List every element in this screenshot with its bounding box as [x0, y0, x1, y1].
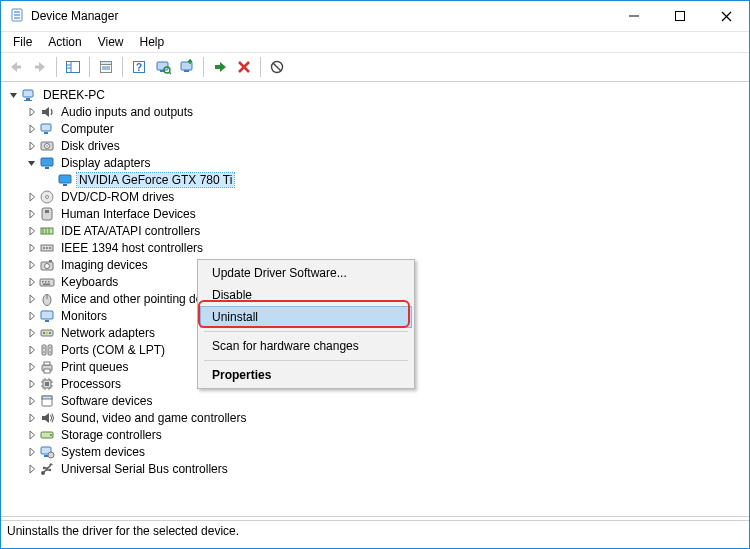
tree-category-2[interactable]: Disk drives [23, 137, 749, 154]
scan-hardware-button[interactable] [152, 56, 174, 78]
context-separator [204, 331, 408, 332]
context-menu: Update Driver Software... Disable Uninst… [197, 259, 415, 389]
chevron-right-icon[interactable] [25, 428, 39, 442]
titlebar: Device Manager [1, 1, 749, 32]
svg-rect-101 [43, 466, 45, 468]
show-hide-console-tree-button[interactable] [62, 56, 84, 78]
software-icon [39, 393, 55, 409]
context-disable[interactable]: Disable [200, 284, 412, 306]
statusbar: Uninstalls the driver for the selected d… [1, 520, 749, 548]
menu-file[interactable]: File [5, 33, 40, 51]
chevron-right-icon[interactable] [25, 462, 39, 476]
context-properties[interactable]: Properties [200, 364, 412, 386]
svg-rect-64 [41, 311, 53, 319]
menu-action[interactable]: Action [40, 33, 89, 51]
context-scan-hardware[interactable]: Scan for hardware changes [200, 335, 412, 357]
svg-point-92 [50, 434, 52, 436]
tree-category-3[interactable]: Display adapters [23, 154, 749, 171]
chevron-right-icon[interactable] [25, 360, 39, 374]
update-driver-button[interactable] [176, 56, 198, 78]
tree-category-4[interactable]: DVD/CD-ROM drives [23, 188, 749, 205]
chevron-right-icon[interactable] [25, 309, 39, 323]
tree-category-13-label: Ports (COM & LPT) [59, 343, 167, 357]
chevron-right-icon[interactable] [25, 343, 39, 357]
svg-point-53 [49, 247, 51, 249]
tree-category-6[interactable]: IDE ATA/ATAPI controllers [23, 222, 749, 239]
svg-point-95 [48, 452, 54, 458]
tree-category-18[interactable]: Storage controllers [23, 426, 749, 443]
tree-category-8-label: Imaging devices [59, 258, 150, 272]
chevron-right-icon[interactable] [25, 105, 39, 119]
svg-rect-33 [41, 124, 51, 131]
menu-view[interactable]: View [90, 33, 132, 51]
maximize-button[interactable] [657, 1, 703, 31]
svg-rect-65 [45, 320, 49, 322]
chevron-right-icon[interactable] [25, 411, 39, 425]
monitor-icon [39, 308, 55, 324]
chevron-right-icon[interactable] [25, 326, 39, 340]
chevron-right-icon[interactable] [25, 122, 39, 136]
svg-text:?: ? [136, 62, 142, 73]
tree-category-0[interactable]: Audio inputs and outputs [23, 103, 749, 120]
chevron-right-icon[interactable] [25, 394, 39, 408]
svg-rect-38 [41, 158, 53, 166]
disable-button[interactable] [266, 56, 288, 78]
back-button[interactable] [5, 56, 27, 78]
svg-line-23 [169, 72, 171, 74]
tree-category-1-label: Computer [59, 122, 116, 136]
computer-icon [39, 121, 55, 137]
chevron-right-icon[interactable] [25, 190, 39, 204]
tree-category-19[interactable]: System devices [23, 443, 749, 460]
chevron-down-icon[interactable] [25, 156, 39, 170]
tree-category-17[interactable]: Sound, video and game controllers [23, 409, 749, 426]
menu-help[interactable]: Help [132, 33, 173, 51]
chevron-right-icon[interactable] [25, 377, 39, 391]
svg-rect-1 [14, 11, 20, 13]
chevron-right-icon[interactable] [25, 275, 39, 289]
svg-rect-31 [26, 98, 30, 100]
chevron-right-icon[interactable] [25, 224, 39, 238]
uninstall-button[interactable] [233, 56, 255, 78]
chevron-right-icon[interactable] [25, 258, 39, 272]
tree-category-16[interactable]: Software devices [23, 392, 749, 409]
chevron-down-icon[interactable] [7, 88, 21, 102]
tree-category-1[interactable]: Computer [23, 120, 749, 137]
device-tree-pane[interactable]: DEREK-PCAudio inputs and outputsComputer… [1, 82, 749, 514]
device-manager-icon [9, 8, 25, 24]
tree-category-7[interactable]: IEEE 1394 host controllers [23, 239, 749, 256]
svg-rect-80 [45, 382, 49, 386]
tree-category-6-label: IDE ATA/ATAPI controllers [59, 224, 202, 238]
tree-device-gpu[interactable]: NVIDIA GeForce GTX 780 Ti [41, 171, 749, 188]
pc-icon [21, 87, 37, 103]
context-update-driver[interactable]: Update Driver Software... [200, 262, 412, 284]
svg-rect-90 [42, 396, 52, 399]
tree-device-gpu-label: NVIDIA GeForce GTX 780 Ti [77, 173, 234, 187]
context-uninstall[interactable]: Uninstall [200, 306, 412, 328]
properties-button[interactable] [95, 56, 117, 78]
chevron-right-icon[interactable] [25, 207, 39, 221]
storage-icon [39, 427, 55, 443]
tree-category-15-label: Processors [59, 377, 123, 391]
menubar: File Action View Help [1, 32, 749, 53]
tree-category-18-label: Storage controllers [59, 428, 164, 442]
help-button[interactable]: ? [128, 56, 150, 78]
chevron-right-icon[interactable] [25, 241, 39, 255]
svg-rect-94 [44, 455, 48, 457]
keyboard-icon [39, 274, 55, 290]
tree-root-node[interactable]: DEREK-PC [5, 86, 749, 103]
tree-category-19-label: System devices [59, 445, 147, 459]
tree-category-0-label: Audio inputs and outputs [59, 105, 195, 119]
chevron-right-icon[interactable] [25, 445, 39, 459]
chevron-right-icon[interactable] [25, 139, 39, 153]
enable-button[interactable] [209, 56, 231, 78]
tree-category-20[interactable]: Universal Serial Bus controllers [23, 460, 749, 477]
display-icon [39, 155, 55, 171]
toolbar: ? [1, 53, 749, 82]
forward-button[interactable] [29, 56, 51, 78]
chevron-right-icon[interactable] [25, 292, 39, 306]
svg-rect-3 [14, 17, 20, 19]
tree-category-5[interactable]: Human Interface Devices [23, 205, 749, 222]
close-button[interactable] [703, 1, 749, 31]
print-icon [39, 359, 55, 375]
minimize-button[interactable] [611, 1, 657, 31]
